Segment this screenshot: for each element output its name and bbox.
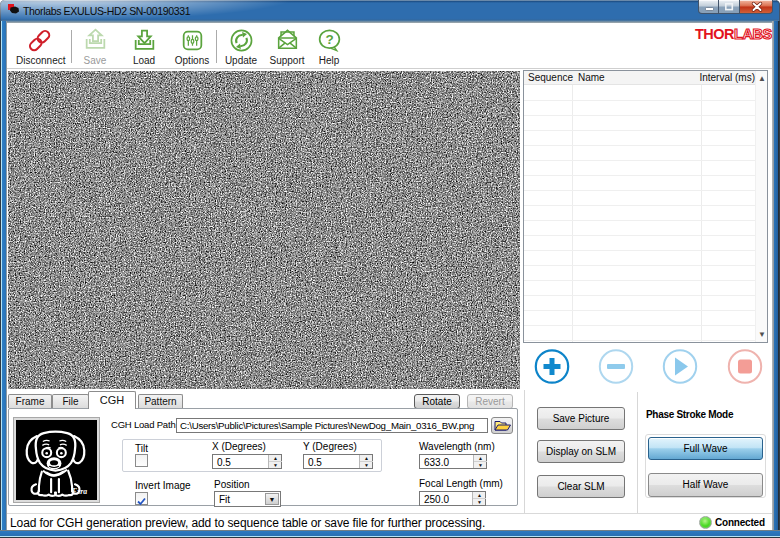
svg-text:Ezra: Ezra (71, 487, 87, 496)
svg-text:?: ? (325, 32, 333, 47)
